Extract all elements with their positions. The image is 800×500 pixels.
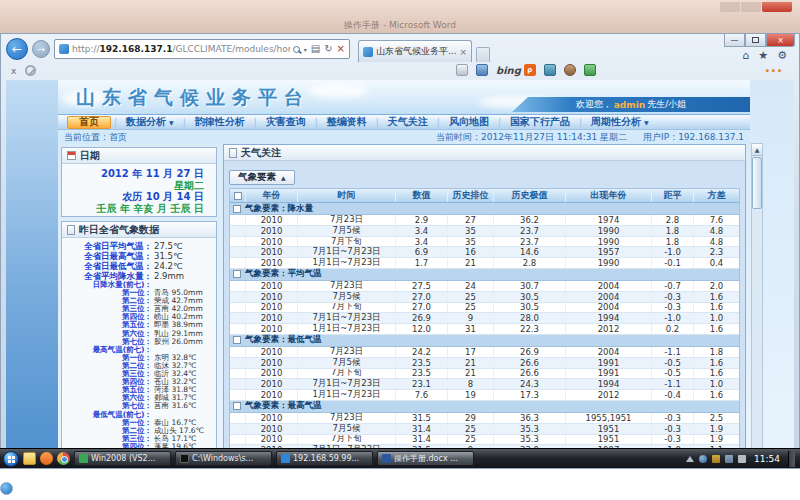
search-dropdown-icon[interactable]: ▾ [304, 46, 307, 53]
table-cell: 2010 [246, 347, 298, 357]
forward-button[interactable]: → [32, 40, 50, 58]
start-button[interactable] [3, 451, 19, 467]
table-cell: 35 [448, 237, 494, 247]
tray-network-globe-icon[interactable] [699, 455, 707, 463]
group-checkbox[interactable] [233, 336, 241, 344]
addon-share-icon[interactable] [584, 64, 596, 76]
group-row[interactable]: 气象要素：最低气温 [230, 335, 739, 347]
close-button[interactable]: × [766, 34, 795, 47]
group-row[interactable]: 气象要素：降水量 [230, 203, 739, 215]
table-row[interactable]: 20107月下旬27.02530.52004-0.31.6 [230, 303, 739, 314]
table-cell: 7月23日 [298, 281, 396, 291]
background-minimize-button[interactable] [720, 2, 740, 12]
menu-item-8[interactable]: 国家下行产品 [501, 115, 579, 129]
stop-button[interactable]: × [337, 44, 345, 54]
status-bar: 当前位置：首页 当前时间：2012年11月27日 11:14:31 星期二 用户… [58, 131, 750, 144]
addon-mail-icon[interactable] [476, 64, 488, 76]
address-bar[interactable]: http://192.168.137.1/GLCCLIMATE/modules/… [54, 39, 350, 59]
taskbar-button-3[interactable]: 192.168.59.99... [276, 451, 373, 466]
taskbar-clock[interactable]: 11:54 [754, 454, 780, 464]
addon-card-icon[interactable] [456, 64, 468, 76]
table-cell: -1.1 [652, 347, 694, 357]
taskbar-chrome-icon[interactable] [57, 452, 70, 465]
scrollbar[interactable]: ▲ [751, 143, 763, 468]
table-cell: 21 [448, 258, 494, 268]
element-filter-button[interactable]: 气象要素 ▲ [229, 170, 295, 185]
table-row[interactable]: 20107月5候27.02530.52004-0.31.6 [230, 292, 739, 303]
show-desktop-button[interactable] [788, 451, 795, 467]
group-row[interactable]: 气象要素：最高气温 [230, 401, 739, 413]
table-cell: -0.5 [652, 358, 694, 368]
table-cell: 1990 [566, 237, 652, 247]
bing-logo[interactable]: bingρ [496, 64, 536, 76]
tray-network-icon[interactable] [725, 455, 733, 463]
back-button[interactable]: ← [6, 38, 28, 60]
table-row[interactable]: 20107月5候31.42535.31951-0.31.9 [230, 424, 739, 435]
home-button[interactable]: ⌂ [742, 49, 749, 62]
table-row[interactable]: 20107月1日~7月23日26.9928.01994-1.01.0 [230, 313, 739, 324]
table-row[interactable]: 20107月下旬23.52126.61991-0.51.6 [230, 369, 739, 380]
browser-tab[interactable]: 山东省气候业务平... × [358, 40, 472, 62]
menu-item-1[interactable]: 首页 [67, 116, 111, 129]
tab-close-button[interactable]: × [460, 47, 468, 57]
menu-item-9[interactable]: 周期性分析▼ [582, 115, 658, 129]
blocked-content-icon[interactable] [25, 65, 36, 76]
group-row[interactable]: 气象要素：平均气温 [230, 269, 739, 281]
maximize-button[interactable] [745, 34, 766, 47]
taskbar-explorer-icon[interactable] [23, 452, 36, 465]
menu-item-7[interactable]: 风向地图 [440, 115, 498, 129]
addon-photo-icon[interactable] [544, 64, 556, 76]
menu-item-4[interactable]: 灾害查询 [257, 115, 315, 129]
search-icon[interactable] [293, 46, 300, 53]
background-maximize-button[interactable] [741, 2, 761, 12]
tools-gear-button[interactable]: ⚙ [777, 49, 787, 62]
scroll-thumb[interactable] [752, 157, 762, 209]
background-window[interactable]: 操作手册 - Microsoft Word [0, 0, 800, 33]
table-row[interactable]: 20107月下旬31.42535.31951-0.31.9 [230, 435, 739, 446]
table-row[interactable]: 20107月1日~7月23日23.1824.31994-1.11.0 [230, 379, 739, 390]
table-row[interactable]: 20107月5候3.43523.719901.84.8 [230, 226, 739, 237]
group-checkbox[interactable] [233, 205, 241, 213]
menu-item-2[interactable]: 数据分析▼ [117, 115, 183, 129]
taskbar-button-1[interactable]: Win2008 (VS2... [74, 451, 171, 466]
table-row[interactable]: 20107月23日2.92736.219742.87.6 [230, 215, 739, 226]
table-row[interactable]: 20107月5候23.52126.61991-0.51.6 [230, 358, 739, 369]
rank-value: 莒南 31.6℃ [152, 402, 197, 410]
background-close-button[interactable] [762, 2, 792, 12]
menu-item-3[interactable]: 韵律性分析 [186, 115, 254, 129]
taskbar-button-2[interactable]: C:\Windows\s... [175, 451, 272, 466]
table-row[interactable]: 20107月23日31.52936.31955,1951-0.32.5 [230, 413, 739, 424]
table-row[interactable]: 20107月23日27.52430.72004-0.72.0 [230, 281, 739, 292]
menu-item-6[interactable]: 天气关注 [379, 115, 437, 129]
tray-volume-icon[interactable] [738, 455, 746, 463]
status-time: 当前时间：2012年11月27日 11:14:31 星期二 [436, 131, 627, 144]
taskbar-ie-icon[interactable] [0, 482, 13, 495]
group-checkbox[interactable] [233, 402, 241, 410]
tray-expand-icon[interactable] [686, 456, 694, 462]
table-row[interactable]: 20101月1日~7月23日12.03122.320120.21.6 [230, 324, 739, 335]
table-row[interactable]: 20107月23日24.21726.92004-1.11.8 [230, 347, 739, 358]
menu-item-5[interactable]: 整编资料 [318, 115, 376, 129]
table-cell: 2010 [246, 435, 298, 445]
addon-palette-icon[interactable] [564, 64, 576, 76]
table-row[interactable]: 20101月1日~7月23日7.61917.32012-0.41.6 [230, 390, 739, 401]
new-tab-button[interactable] [476, 47, 490, 62]
table-row[interactable]: 20107月1日~7月23日6.91614.61957-1.02.3 [230, 247, 739, 258]
select-all-checkbox[interactable] [234, 192, 242, 200]
taskbar-media-icon[interactable] [40, 452, 53, 465]
taskbar-button-4[interactable]: 操作手册.docx ... [377, 451, 474, 466]
table-row[interactable]: 20107月下旬3.43523.719901.84.8 [230, 237, 739, 248]
addon-more-button[interactable]: ••• [765, 67, 783, 76]
table-cell: 1月1日~7月23日 [298, 390, 396, 400]
compatibility-icon[interactable]: ▤ [311, 44, 320, 54]
maximize-icon [752, 37, 759, 43]
refresh-button[interactable]: ↻ [324, 44, 332, 54]
scroll-up-button[interactable]: ▲ [752, 144, 762, 156]
minimize-button[interactable]: — [724, 34, 745, 47]
table-cell: 1.8 [652, 226, 694, 236]
table-row[interactable]: 20101月1日~7月23日1.7212.81990-0.10.4 [230, 258, 739, 269]
addon-close-button[interactable]: x [11, 66, 16, 76]
tray-action-center-icon[interactable] [712, 455, 720, 463]
group-checkbox[interactable] [233, 270, 241, 278]
favorites-star-button[interactable]: ★ [758, 49, 768, 62]
